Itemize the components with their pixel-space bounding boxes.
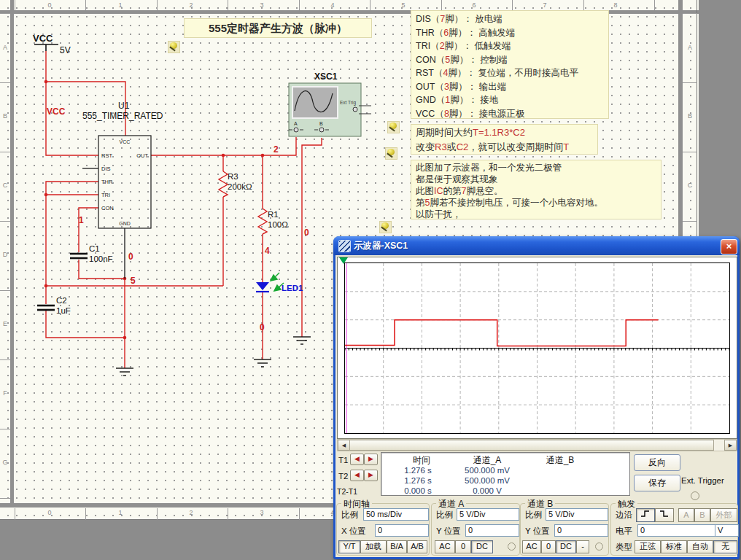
note-line: DIS（7脚）： 放电端 — [416, 12, 604, 26]
resistor-r1[interactable] — [258, 209, 267, 234]
trigger-type-single-button[interactable]: 正弦 — [635, 540, 661, 553]
channel-a-scale-input[interactable]: 5 V/Div — [457, 508, 519, 521]
timebase-scale-input[interactable]: 50 ms/Div — [363, 508, 429, 521]
wires[interactable] — [46, 51, 322, 368]
channel-a-ypos-label: Y 位置 — [436, 526, 461, 537]
note-line: 以防干扰， — [416, 209, 656, 220]
net-label-0: 0 — [260, 322, 265, 332]
capacitor-c2[interactable] — [37, 306, 55, 310]
ext-trig-label: Ext Trig — [340, 100, 356, 106]
mode-ab-button[interactable]: A/B — [407, 540, 427, 553]
led1-ref-label: LED1 — [282, 284, 303, 292]
ext-trigger-label: Ext. Trigger — [681, 476, 724, 485]
note-line: RST（4脚）： 复位端，不用时接高电平 — [416, 66, 604, 80]
trigger-type-label: 类型 — [616, 542, 632, 553]
timebase-xpos-input[interactable]: 0 — [375, 524, 429, 537]
r3-ref-label: R3 — [228, 172, 238, 181]
trigger-level-input[interactable]: 0 — [637, 524, 716, 537]
info-note[interactable]: 此图加了示波器，和一个发光二极管 都是便于观察其现象 此图IC的第7脚悬空。 第… — [411, 160, 662, 219]
channel-a-ac-button[interactable]: AC — [435, 540, 455, 553]
ground-symbol[interactable] — [254, 359, 271, 367]
trigger-source-ext-button[interactable]: 外部 — [710, 508, 737, 522]
oscilloscope-window[interactable]: 示波器-XSC1 × ◀ ▶ T1 ◀ ▶ T2 ◀ ▶ T2-T1 时间 通道… — [333, 236, 740, 559]
channel-a-knob[interactable] — [508, 542, 516, 551]
channel-b-dc-button[interactable]: DC — [556, 540, 576, 553]
note-line: 此图IC的第7脚悬空。 — [416, 185, 656, 197]
note-line: OUT（3脚）： 输出端 — [416, 80, 604, 94]
falling-edge-button[interactable] — [655, 508, 674, 522]
window-title: 示波器-XSC1 — [354, 240, 408, 252]
title-note[interactable]: 555定时器产生方波（脉冲） — [184, 18, 372, 38]
oscilloscope-client-area: ◀ ▶ T1 ◀ ▶ T2 ◀ ▶ T2-T1 时间 通道_A 通道_B 1.2… — [335, 255, 737, 557]
pin-description-note[interactable]: DIS（7脚）： 放电端 THR（6脚）： 高触发端 TRI（2脚）： 低触发端… — [411, 10, 609, 119]
pin-label-dis: DIS — [101, 166, 111, 172]
save-button[interactable]: 保存 — [634, 475, 680, 491]
pushpin-icon[interactable] — [379, 221, 392, 233]
scope-scrollbar[interactable]: ◀ ▶ — [337, 439, 737, 451]
channel-a-dc-button[interactable]: DC — [471, 540, 493, 553]
t2-channel-a-value: 500.000 mV — [454, 476, 520, 485]
pin-label-gnd: GND — [119, 221, 131, 226]
reverse-button[interactable]: 反向 — [634, 454, 680, 471]
scrollbar-thumb[interactable] — [349, 440, 714, 451]
mode-ba-button[interactable]: B/A — [387, 540, 407, 553]
scope-waveform-plot[interactable] — [344, 262, 730, 434]
vcc-value-label: 5V — [60, 45, 71, 55]
timebase-group: 时间轴 比例 50 ms/Div X 位置 0 Y/T 加载 B/A A/B — [336, 503, 430, 556]
timebase-xpos-label: X 位置 — [341, 526, 366, 537]
note-line: 改变R3或C2，就可以改变周期时间T — [416, 140, 593, 155]
trigger-source-b-button[interactable]: B — [694, 508, 710, 522]
channel-b-scale-input[interactable]: 5 V/Div — [546, 508, 608, 521]
scroll-right-icon[interactable]: ▶ — [724, 440, 737, 451]
note-line: GND（1脚）： 接地 — [416, 93, 604, 107]
t2-left-button[interactable]: ◀ — [350, 470, 364, 481]
channel-a-zero-button[interactable]: 0 — [455, 540, 471, 553]
ext-trigger-knob[interactable] — [691, 491, 699, 500]
mode-yt-button[interactable]: Y/T — [338, 540, 360, 553]
r1-value-label: 100Ω — [268, 220, 288, 229]
pin-label-tri: TRI — [101, 192, 110, 198]
trigger-type-auto-button[interactable]: 自动 — [687, 540, 713, 553]
ground-symbol[interactable] — [293, 337, 311, 344]
channel-b-invert-button[interactable]: - — [576, 540, 589, 553]
channel-b-ypos-input[interactable]: 0 — [554, 524, 608, 537]
trigger-type-normal-button[interactable]: 标准 — [661, 540, 687, 553]
resistor-r3[interactable] — [219, 171, 228, 197]
vcc-symbol-label: VCC — [33, 33, 53, 44]
period-formula-note[interactable]: 周期时间大约T=1.1R3*C2 改变R3或C2，就可以改变周期时间T — [411, 124, 598, 155]
t1-label: T1 — [338, 456, 348, 464]
note-line: VCC（8脚）： 接电源正极 — [416, 107, 604, 121]
xsc1-ref-label: XSC1 — [314, 71, 338, 82]
net-label-vcc: VCC — [47, 106, 66, 117]
rising-edge-button[interactable] — [636, 508, 655, 522]
oscilloscope-icon[interactable] — [289, 83, 371, 136]
pin-label-vcc: VCC — [120, 139, 131, 144]
t1-left-button[interactable]: ◀ — [350, 454, 364, 465]
t1-right-button[interactable]: ▶ — [364, 454, 378, 465]
vcc-power-symbol[interactable] — [34, 44, 58, 51]
pushpin-icon[interactable] — [387, 121, 400, 133]
trigger-type-none-button[interactable]: 无 — [713, 540, 737, 553]
pushpin-icon[interactable] — [385, 147, 397, 160]
channel-a-scale-label: 比例 — [436, 510, 453, 521]
u1-part-label: 555_TIMER_RATED — [82, 111, 163, 121]
trigger-source-a-button[interactable]: A — [678, 508, 694, 522]
close-button[interactable]: × — [721, 239, 737, 254]
r1-ref-label: R1 — [268, 210, 279, 219]
t2-right-button[interactable]: ▶ — [364, 470, 378, 481]
pushpin-icon[interactable] — [168, 41, 180, 53]
trigger-level-unit[interactable]: V — [715, 524, 739, 537]
capacitor-c1[interactable] — [70, 254, 88, 258]
ground-symbol[interactable] — [116, 368, 133, 376]
oscilloscope-titlebar[interactable]: 示波器-XSC1 × — [333, 236, 740, 255]
channel-b-knob[interactable] — [595, 542, 603, 551]
led1[interactable] — [256, 282, 269, 292]
channel-b-zero-button[interactable]: 0 — [541, 540, 556, 553]
left-arrow-icon: ◀ — [354, 471, 360, 478]
scroll-left-icon[interactable]: ◀ — [338, 440, 350, 451]
channel-b-ac-button[interactable]: AC — [522, 540, 541, 553]
channel-a-ypos-input[interactable]: 0 — [465, 524, 519, 537]
t2-t1-label: T2-T1 — [337, 487, 357, 496]
mode-add-button[interactable]: 加载 — [360, 540, 387, 553]
readout-header-channel-b: 通道_B — [531, 454, 589, 467]
